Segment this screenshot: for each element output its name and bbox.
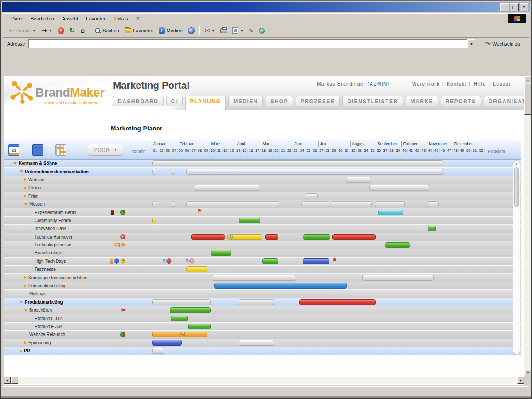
gantt-bar-silver[interactable] [152, 201, 156, 207]
week-number[interactable]: 21 [280, 149, 286, 153]
gantt-bar-silver[interactable] [362, 275, 434, 281]
week-number[interactable]: 43 [421, 149, 427, 153]
week-number[interactable]: 28 [325, 149, 331, 153]
tab-prozesse[interactable]: PROZESSE [296, 96, 340, 106]
expand-arrow-icon[interactable] [24, 194, 27, 198]
tree-item-label[interactable]: Kermann & Söhne [19, 161, 57, 166]
menu-bearbeiten[interactable]: Bearbeiten [27, 15, 58, 23]
week-number[interactable]: 09 [203, 149, 209, 153]
tree-item-label[interactable]: Produktmarketing [25, 300, 63, 305]
go-button[interactable]: ↷ Wechseln zu [485, 41, 520, 47]
gantt-view-button[interactable] [53, 142, 68, 157]
history-button[interactable] [186, 27, 197, 35]
gantt-bar-red[interactable] [332, 234, 376, 240]
gantt-bar-green[interactable] [385, 242, 410, 248]
close-button[interactable]: ✕ [520, 3, 528, 11]
tree-item-label[interactable]: Mailings [29, 291, 46, 296]
scroll-right-button[interactable]: ► [517, 377, 524, 384]
tab-shop[interactable]: SHOP [266, 96, 293, 106]
gantt-bar-blue[interactable] [303, 258, 329, 264]
collapse-arrow-icon[interactable] [20, 170, 23, 173]
menu-datei[interactable]: Datei [7, 15, 27, 23]
week-number[interactable]: 40 [401, 149, 407, 153]
week-number[interactable]: 01 [152, 149, 158, 153]
week-number[interactable]: 24 [299, 149, 305, 153]
week-number[interactable]: 50 [466, 149, 472, 153]
tab-dashboard[interactable]: DASHBOARD [113, 96, 164, 106]
week-number[interactable]: 41 [408, 149, 414, 153]
gantt-bar-silver[interactable] [152, 299, 211, 305]
print-button[interactable] [218, 27, 229, 34]
year-select[interactable]: 2008▼ [88, 144, 123, 156]
favorites-button[interactable]: Favoriten [122, 27, 156, 34]
tree-item-label[interactable]: PR [24, 348, 30, 353]
week-number[interactable]: 49 [459, 149, 465, 153]
tree-item-label[interactable]: Unternehmenskommunikation [25, 169, 89, 174]
gantt-bar-silver[interactable] [301, 201, 329, 207]
tree-item-label[interactable]: Expertenforum Berlin [35, 210, 76, 215]
gantt-bar-silver[interactable] [375, 201, 405, 207]
next-year-link[interactable]: Folgejahr [488, 149, 505, 153]
gantt-bar-silver[interactable] [305, 193, 318, 199]
week-number[interactable]: 36 [376, 149, 382, 153]
refresh-button[interactable]: ↻ [67, 27, 78, 35]
scroll-up-icon[interactable]: ▲ [513, 162, 520, 166]
tree-item-label[interactable]: High-Tech Days [35, 259, 66, 264]
week-number[interactable]: 03 [165, 149, 171, 153]
week-number[interactable]: 08 [197, 149, 203, 153]
tree-item-label[interactable]: Sponsoring [28, 340, 51, 345]
tree-item-label[interactable]: Produkt F 334 [35, 324, 63, 329]
menu-extras[interactable]: Extras [110, 15, 132, 23]
tree-item-label[interactable]: Messen [29, 202, 45, 207]
word-edit-button[interactable]: W ▼ [230, 27, 246, 35]
tree-item-label[interactable]: Personalmarketing [28, 283, 65, 288]
gantt-bar-silver[interactable] [171, 201, 175, 207]
back-button[interactable]: ← Zurück ▼ [6, 27, 38, 35]
home-button[interactable]: ⌂ [78, 26, 87, 35]
tree-item-label[interactable]: Website Relaunch [29, 332, 65, 337]
week-number[interactable]: 02 [158, 149, 164, 153]
gantt-bar-silver[interactable] [152, 348, 164, 354]
meta-link-warenkorb[interactable]: Warenkorb [412, 82, 440, 86]
expand-arrow-icon[interactable] [24, 341, 27, 344]
week-number[interactable]: 13 [229, 149, 235, 153]
week-number[interactable]: 25 [305, 149, 312, 153]
tree-item-label[interactable]: Website [28, 177, 44, 182]
menu-favoriten[interactable]: Favoriten [82, 15, 110, 23]
tab-medien[interactable]: MEDIEN [228, 96, 263, 106]
expand-arrow-icon[interactable] [24, 186, 27, 190]
gantt-bar-orange[interactable] [152, 332, 207, 337]
week-number[interactable]: 04 [171, 149, 177, 153]
tree-item-label[interactable]: Community Forum [35, 218, 71, 223]
gantt-bar-red[interactable] [191, 234, 225, 240]
planner-scroll-thumb[interactable] [514, 167, 519, 207]
meta-link-logout[interactable]: Logout [493, 82, 511, 86]
tab-reports[interactable]: REPORTS [441, 96, 481, 106]
word-dropdown-caret[interactable]: ▼ [240, 29, 243, 33]
tree-item-label[interactable]: Innovation Days [35, 226, 66, 231]
previous-year-link[interactable]: Vorjahr [131, 149, 145, 153]
week-number[interactable]: 44 [427, 149, 433, 153]
week-number[interactable]: 31 [344, 149, 350, 153]
tree-item-label[interactable]: Testmesse [35, 267, 56, 272]
collapse-arrow-icon[interactable] [20, 301, 23, 303]
week-number[interactable]: 27 [318, 149, 325, 153]
week-number[interactable]: 17 [254, 149, 261, 153]
gantt-bar-silver[interactable] [186, 201, 279, 207]
address-dropdown-button[interactable]: ▼ [467, 39, 475, 48]
minimize-button[interactable]: _ [500, 3, 509, 11]
forward-dropdown-caret[interactable]: ▼ [49, 29, 52, 33]
week-number[interactable]: 52 [478, 149, 485, 153]
scroll-up-button[interactable]: ▲ [524, 76, 532, 83]
tree-item-label[interactable]: Kampagne Innovation erleben [28, 275, 87, 280]
week-number[interactable]: 12 [223, 149, 229, 153]
week-number[interactable]: 06 [184, 149, 190, 153]
collapse-arrow-icon[interactable] [13, 162, 17, 165]
gantt-bar-green[interactable] [170, 307, 211, 313]
planner-vertical-scrollbar[interactable]: ▲ [513, 160, 520, 355]
menu-ansicht[interactable]: Ansicht [58, 15, 82, 23]
tree-item-label[interactable]: Online [28, 185, 41, 190]
meta-link-hilfe[interactable]: Hilfe [474, 82, 486, 86]
search-button[interactable]: Suchen [93, 27, 121, 35]
gantt-bar-green[interactable] [188, 324, 211, 329]
